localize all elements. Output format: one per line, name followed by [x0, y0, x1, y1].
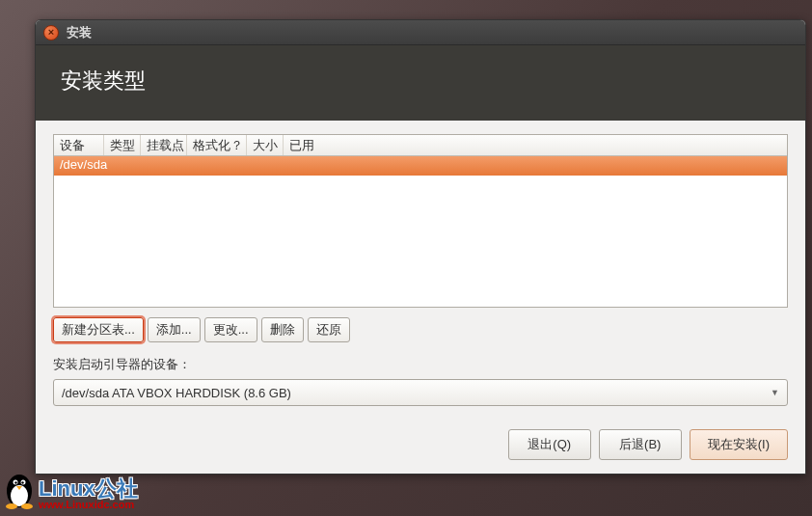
col-size[interactable]: 大小	[247, 135, 284, 155]
add-button[interactable]: 添加...	[148, 317, 201, 342]
bootloader-section: 安装启动引导器的设备： /dev/sda ATA VBOX HARDDISK (…	[53, 356, 788, 406]
col-format[interactable]: 格式化？	[187, 135, 247, 155]
cell-device: /dev/sda	[54, 156, 113, 176]
new-partition-table-button[interactable]: 新建分区表...	[53, 317, 144, 342]
bootloader-value: /dev/sda ATA VBOX HARDDISK (8.6 GB)	[62, 386, 291, 400]
footer-buttons: 退出(Q) 后退(B) 现在安装(I)	[53, 429, 788, 460]
chevron-down-icon: ▼	[771, 388, 779, 397]
header: 安装类型	[36, 45, 805, 121]
partition-buttons: 新建分区表... 添加... 更改... 删除 还原	[53, 317, 788, 342]
close-icon[interactable]	[43, 25, 59, 41]
col-type[interactable]: 类型	[104, 135, 141, 155]
watermark: Linux公社 www.Linuxidc.com	[2, 470, 138, 510]
install-now-button[interactable]: 现在安装(I)	[690, 429, 788, 460]
table-row[interactable]: /dev/sda	[54, 156, 787, 176]
tux-icon	[2, 470, 37, 510]
watermark-text: Linux公社 www.Linuxidc.com	[39, 478, 138, 510]
bootloader-label: 安装启动引导器的设备：	[53, 356, 788, 373]
window-title: 安装	[67, 24, 92, 41]
col-used[interactable]: 已用	[284, 135, 787, 155]
change-button[interactable]: 更改...	[204, 317, 257, 342]
installer-window: 安装 安装类型 设备 类型 挂载点 格式化？ 大小 已用 /dev/sda 新建…	[35, 19, 806, 475]
svg-point-5	[21, 481, 23, 483]
bootloader-select[interactable]: /dev/sda ATA VBOX HARDDISK (8.6 GB) ▼	[53, 379, 788, 406]
content-area: 设备 类型 挂载点 格式化？ 大小 已用 /dev/sda 新建分区表... 添…	[36, 121, 805, 474]
col-mount[interactable]: 挂载点	[141, 135, 187, 155]
titlebar[interactable]: 安装	[36, 20, 805, 45]
watermark-url: www.Linuxidc.com	[39, 500, 138, 510]
watermark-title: Linux公社	[39, 478, 138, 500]
partition-table: 设备 类型 挂载点 格式化？ 大小 已用 /dev/sda	[53, 134, 788, 308]
table-body[interactable]: /dev/sda	[54, 156, 787, 307]
col-device[interactable]: 设备	[54, 135, 104, 155]
svg-point-6	[6, 503, 17, 509]
svg-point-4	[14, 481, 16, 483]
svg-point-7	[21, 503, 33, 509]
back-button[interactable]: 后退(B)	[599, 429, 682, 460]
revert-button[interactable]: 还原	[308, 317, 350, 342]
delete-button[interactable]: 删除	[261, 317, 304, 342]
page-title: 安装类型	[61, 67, 780, 95]
table-header: 设备 类型 挂载点 格式化？ 大小 已用	[54, 135, 787, 156]
quit-button[interactable]: 退出(Q)	[508, 429, 591, 460]
